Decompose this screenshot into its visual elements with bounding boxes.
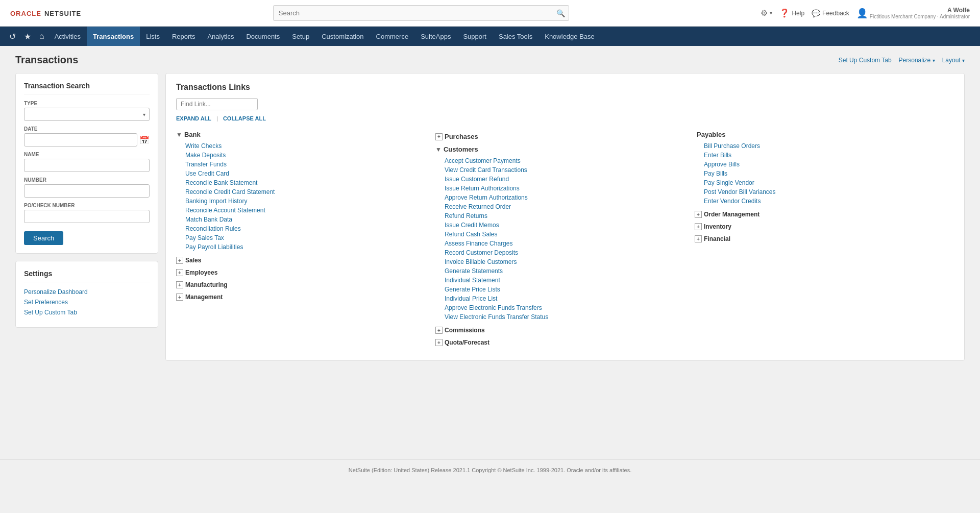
collapse-all-link[interactable]: COLLAPSE ALL xyxy=(223,115,266,121)
link-pay-sales-tax[interactable]: Pay Sales Tax xyxy=(176,233,430,242)
footer: NetSuite (Edition: United States) Releas… xyxy=(0,459,980,480)
number-label: NUMBER xyxy=(24,177,150,183)
link-issue-customer-refund[interactable]: Issue Customer Refund xyxy=(435,175,690,184)
link-issue-return-authorizations[interactable]: Issue Return Authorizations xyxy=(435,184,690,193)
personalize-dropdown[interactable]: Personalize ▾ xyxy=(899,57,935,64)
link-generate-price-lists[interactable]: Generate Price Lists xyxy=(435,285,690,294)
link-approve-bills[interactable]: Approve Bills xyxy=(695,160,949,169)
link-reconciliation-rules[interactable]: Reconciliation Rules xyxy=(176,224,430,233)
link-post-vendor-bill-variances[interactable]: Post Vendor Bill Variances xyxy=(695,187,949,197)
nav-item-knowledge-base[interactable]: Knowledge Base xyxy=(538,27,601,46)
link-pay-single-vendor[interactable]: Pay Single Vendor xyxy=(695,178,949,187)
financial-expand-icon[interactable]: + xyxy=(695,235,702,242)
link-individual-price-list[interactable]: Individual Price List xyxy=(435,294,690,303)
settings-group[interactable]: ⚙ ▾ xyxy=(761,8,772,18)
link-view-cc-transactions[interactable]: View Credit Card Transactions xyxy=(435,165,690,175)
link-pay-bills[interactable]: Pay Bills xyxy=(695,169,949,178)
link-assess-finance-charges[interactable]: Assess Finance Charges xyxy=(435,239,690,248)
link-accept-customer-payments[interactable]: Accept Customer Payments xyxy=(435,156,690,165)
date-input[interactable] xyxy=(24,133,137,146)
link-reconcile-bank-statement[interactable]: Reconcile Bank Statement xyxy=(176,178,430,187)
link-generate-statements[interactable]: Generate Statements xyxy=(435,266,690,276)
layout-dropdown[interactable]: Layout ▾ xyxy=(942,57,965,64)
nav-home-icon[interactable]: ⌂ xyxy=(35,32,48,41)
link-make-deposits[interactable]: Make Deposits xyxy=(176,151,430,160)
nav-item-customization[interactable]: Customization xyxy=(315,27,370,46)
nav-item-support[interactable]: Support xyxy=(457,27,493,46)
section-quota-forecast: + Quota/Forecast xyxy=(435,339,690,346)
name-input[interactable] xyxy=(24,159,150,172)
user-icon: 👤 xyxy=(856,8,868,19)
link-invoice-billable-customers[interactable]: Invoice Billable Customers xyxy=(435,257,690,266)
section-bank: ▼ Bank Write Checks Make Deposits Transf… xyxy=(176,131,430,252)
search-button[interactable]: Search xyxy=(24,231,63,245)
nav-item-analytics[interactable]: Analytics xyxy=(201,27,240,46)
link-pay-payroll-liabilities[interactable]: Pay Payroll Liabilities xyxy=(176,242,430,252)
payables-label: Payables xyxy=(697,131,725,138)
management-expand-icon[interactable]: + xyxy=(176,294,183,301)
set-up-custom-tab-link[interactable]: Set Up Custom Tab xyxy=(839,57,892,64)
po-check-label: PO/CHECK NUMBER xyxy=(24,203,150,208)
po-check-group: PO/CHECK NUMBER xyxy=(24,203,150,223)
link-enter-vendor-credits[interactable]: Enter Vendor Credits xyxy=(695,197,949,206)
link-view-eft-status[interactable]: View Electronic Funds Transfer Status xyxy=(435,312,690,322)
set-up-custom-tab-settings-link[interactable]: Set Up Custom Tab xyxy=(24,309,150,316)
link-enter-bills[interactable]: Enter Bills xyxy=(695,151,949,160)
nav-item-setup[interactable]: Setup xyxy=(286,27,315,46)
quota-forecast-label: Quota/Forecast xyxy=(445,339,489,346)
purchases-expand-icon[interactable]: + xyxy=(435,133,443,140)
number-input[interactable] xyxy=(24,184,150,198)
nav-item-lists[interactable]: Lists xyxy=(140,27,166,46)
po-check-input[interactable] xyxy=(24,210,150,223)
find-link-input[interactable] xyxy=(176,98,258,110)
sales-expand-icon[interactable]: + xyxy=(176,257,183,264)
set-preferences-link[interactable]: Set Preferences xyxy=(24,299,150,306)
link-write-checks[interactable]: Write Checks xyxy=(176,141,430,151)
link-issue-credit-memos[interactable]: Issue Credit Memos xyxy=(435,221,690,230)
main-layout: Transaction Search TYPE ▾ DATE 📅 xyxy=(15,73,965,361)
link-refund-returns[interactable]: Refund Returns xyxy=(435,211,690,221)
employees-expand-icon[interactable]: + xyxy=(176,269,183,276)
inventory-expand-icon[interactable]: + xyxy=(695,223,702,230)
personalize-dashboard-link[interactable]: Personalize Dashboard xyxy=(24,288,150,296)
link-match-bank-data[interactable]: Match Bank Data xyxy=(176,215,430,224)
search-input[interactable] xyxy=(273,5,569,21)
nav-item-documents[interactable]: Documents xyxy=(240,27,286,46)
link-individual-statement[interactable]: Individual Statement xyxy=(435,276,690,285)
search-button[interactable]: 🔍 xyxy=(556,9,565,17)
link-refund-cash-sales[interactable]: Refund Cash Sales xyxy=(435,230,690,239)
nav-bar: ↺ ★ ⌂ Activities Transactions Lists Repo… xyxy=(0,27,980,46)
section-purchases: + Purchases xyxy=(435,133,690,140)
link-banking-import-history[interactable]: Banking Import History xyxy=(176,197,430,206)
type-select[interactable] xyxy=(24,108,150,121)
nav-item-activities[interactable]: Activities xyxy=(48,27,87,46)
nav-recent-icon[interactable]: ↺ xyxy=(5,32,20,41)
nav-favorites-icon[interactable]: ★ xyxy=(20,32,35,41)
calendar-icon[interactable]: 📅 xyxy=(139,135,150,145)
link-bill-purchase-orders[interactable]: Bill Purchase Orders xyxy=(695,141,949,151)
link-use-credit-card[interactable]: Use Credit Card xyxy=(176,169,430,178)
management-label: Management xyxy=(185,294,223,301)
link-transfer-funds[interactable]: Transfer Funds xyxy=(176,160,430,169)
link-receive-returned-order[interactable]: Receive Returned Order xyxy=(435,202,690,211)
user-group[interactable]: 👤 A Wolfe Fictitious Merchant Company · … xyxy=(856,7,970,19)
expand-all-link[interactable]: EXPAND ALL xyxy=(176,115,211,121)
quota-forecast-expand-icon[interactable]: + xyxy=(435,339,443,346)
nav-item-suiteapps[interactable]: SuiteApps xyxy=(414,27,457,46)
commissions-header: + Commissions xyxy=(435,327,690,334)
link-approve-return-authorizations[interactable]: Approve Return Authorizations xyxy=(435,193,690,202)
user-company: Fictitious Merchant Company · Administra… xyxy=(870,14,970,19)
feedback-group[interactable]: 💬 Feedback xyxy=(812,9,849,17)
help-group[interactable]: ❓ Help xyxy=(779,8,804,18)
order-management-expand-icon[interactable]: + xyxy=(695,211,702,218)
nav-item-sales-tools[interactable]: Sales Tools xyxy=(493,27,538,46)
nav-item-commerce[interactable]: Commerce xyxy=(370,27,415,46)
manufacturing-expand-icon[interactable]: + xyxy=(176,281,183,288)
link-reconcile-cc-statement[interactable]: Reconcile Credit Card Statement xyxy=(176,187,430,197)
nav-item-transactions[interactable]: Transactions xyxy=(87,27,140,46)
link-reconcile-account-statement[interactable]: Reconcile Account Statement xyxy=(176,206,430,215)
commissions-expand-icon[interactable]: + xyxy=(435,327,443,334)
nav-item-reports[interactable]: Reports xyxy=(166,27,202,46)
link-approve-eft[interactable]: Approve Electronic Funds Transfers xyxy=(435,303,690,312)
link-record-customer-deposits[interactable]: Record Customer Deposits xyxy=(435,248,690,257)
